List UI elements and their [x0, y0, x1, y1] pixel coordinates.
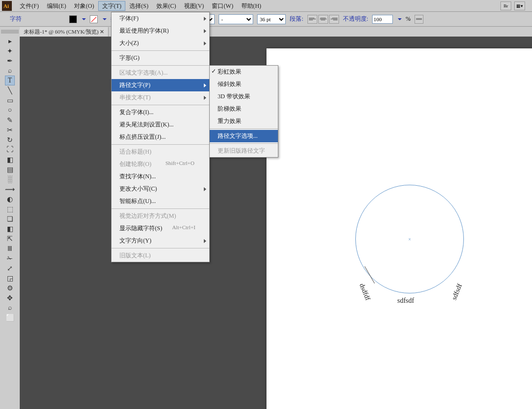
tool-4[interactable]: T: [5, 76, 15, 85]
menu-item[interactable]: 最近使用的字体(R): [112, 25, 209, 37]
opacity-input[interactable]: [372, 15, 393, 24]
type-menu-dropdown[interactable]: 字体(F)最近使用的字体(R)大小(Z)字形(G)区域文字选项(A)...路径文…: [111, 12, 210, 262]
menu-item[interactable]: 倾斜效果: [210, 78, 278, 90]
align-group: [307, 15, 339, 24]
tool-27[interactable]: ⌕: [5, 303, 15, 313]
menu-item[interactable]: 阶梯效果: [210, 103, 278, 115]
align-left-button[interactable]: [307, 15, 317, 24]
path-lead-line: [365, 266, 375, 284]
tool-18[interactable]: ❏: [5, 214, 15, 224]
opacity-label: 不透明度:: [343, 15, 368, 23]
menu-item: 旧版文本(L): [112, 249, 209, 262]
menu-item[interactable]: 避头尾法则设置(K)...: [112, 119, 209, 131]
document-tab[interactable]: 未标题-1* @ 60% (CMYK/预览) ✕: [20, 27, 109, 37]
menu-item[interactable]: 标点挤压设置(J)...: [112, 131, 209, 143]
fill-swatch[interactable]: [69, 15, 77, 23]
toolbar: ▸✦✒⌕T╲▭○✎✂↻⛶◧▤░⟿◐⬚❏◧⇱Ⅲ✁⤢◲⚙✥⌕⬜: [0, 27, 20, 409]
path-type-submenu[interactable]: 彩虹效果✓倾斜效果3D 带状效果阶梯效果重力效果路径文字选项...更新旧版路径文…: [209, 65, 278, 158]
menu-item: 区域文字选项(A)...: [112, 67, 209, 79]
menu-5[interactable]: 效果(C): [152, 1, 180, 11]
circle-path-group: × dsdfdf sdfsdf sdfsdf: [355, 185, 464, 293]
menu-item: 创建轮廓(O)Shift+Ctrl+O: [112, 158, 209, 170]
tool-19[interactable]: ◧: [5, 224, 15, 234]
menu-item: 串接文本(T): [112, 91, 209, 104]
align-center-button[interactable]: [318, 15, 328, 24]
tool-15[interactable]: ⟿: [5, 184, 15, 194]
control-bar: 字符 描边 字符: Adobe 宋体 Std L - 36 pt 段落: 不透明…: [0, 12, 532, 27]
tool-13[interactable]: ▤: [5, 164, 15, 174]
app-logo: Ai: [2, 1, 12, 11]
tool-10[interactable]: ↻: [5, 135, 15, 145]
menu-item[interactable]: 文字方向(Y): [112, 235, 209, 247]
menu-7[interactable]: 窗口(W): [208, 1, 237, 11]
tool-11[interactable]: ⛶: [5, 145, 15, 155]
menu-item[interactable]: 路径文字选项...: [210, 130, 278, 142]
menu-item[interactable]: 字体(F): [112, 12, 209, 25]
menu-1[interactable]: 编辑(E): [43, 1, 70, 11]
document-tab-bar: 未标题-1* @ 60% (CMYK/预览) ✕: [20, 27, 532, 37]
tool-0[interactable]: ▸: [5, 36, 15, 46]
tool-21[interactable]: Ⅲ: [5, 244, 15, 253]
menu-item[interactable]: 重力效果: [210, 115, 278, 127]
font-style-select[interactable]: -: [219, 14, 253, 24]
character-panel-link[interactable]: 字符: [10, 15, 22, 23]
menu-6[interactable]: 视图(V): [180, 1, 208, 11]
menu-item[interactable]: 更改大小写(C): [112, 183, 209, 195]
tool-20[interactable]: ⇱: [5, 234, 15, 244]
tool-14[interactable]: ░: [5, 174, 15, 184]
extra-button[interactable]: [415, 15, 423, 24]
align-right-button[interactable]: [329, 15, 339, 24]
menu-item[interactable]: 复合字体(I)...: [112, 106, 209, 119]
tool-17[interactable]: ⬚: [5, 204, 15, 214]
tool-26[interactable]: ✥: [5, 293, 15, 303]
tool-9[interactable]: ✂: [5, 125, 15, 135]
opacity-unit: %: [406, 15, 411, 23]
tool-7[interactable]: ○: [5, 105, 15, 115]
bridge-icon[interactable]: Br: [500, 1, 511, 10]
menu-item: 视觉边距对齐方式(M): [112, 210, 209, 222]
tool-23[interactable]: ⤢: [5, 263, 15, 273]
menu-bar: Ai 文件(F)编辑(E)对象(O)文字(T)选择(S)效果(C)视图(V)窗口…: [0, 0, 532, 12]
menu-item[interactable]: 查找字体(N)...: [112, 170, 209, 183]
menu-item[interactable]: 字形(G): [112, 52, 209, 64]
tool-3[interactable]: ⌕: [5, 66, 15, 76]
tool-25[interactable]: ⚙: [5, 283, 15, 293]
font-size-select[interactable]: 36 pt: [257, 14, 286, 24]
tool-8[interactable]: ✎: [5, 115, 15, 125]
menu-item[interactable]: 智能标点(U)...: [112, 195, 209, 207]
tool-28[interactable]: ⬜: [5, 313, 15, 323]
tool-1[interactable]: ✦: [5, 46, 15, 56]
circle-path[interactable]: × dsdfdf sdfsdf sdfsdf: [355, 185, 464, 293]
menu-item[interactable]: 彩虹效果✓: [210, 66, 278, 78]
menu-item: 适合标题(H): [112, 146, 209, 158]
menu-4[interactable]: 选择(S): [125, 1, 152, 11]
path-text-2[interactable]: sdfsdf: [397, 297, 414, 305]
tool-2[interactable]: ✒: [5, 56, 15, 66]
tool-24[interactable]: ◲: [5, 273, 15, 283]
tool-handle[interactable]: [1, 30, 19, 34]
menubar-right-icons: Br ▦▾: [500, 1, 525, 10]
tool-22[interactable]: ✁: [5, 253, 15, 263]
tool-6[interactable]: ▭: [5, 95, 15, 105]
svg-text:Ai: Ai: [3, 3, 9, 9]
layout-icon[interactable]: ▦▾: [514, 1, 525, 10]
artboard: × dsdfdf sdfsdf sdfsdf: [266, 48, 532, 409]
paragraph-link[interactable]: 段落:: [290, 15, 303, 23]
tool-12[interactable]: ◧: [5, 155, 15, 164]
menu-item: 更新旧版路径文字: [210, 145, 278, 157]
menu-8[interactable]: 帮助(H): [237, 1, 266, 11]
tool-16[interactable]: ◐: [5, 194, 15, 204]
menu-0[interactable]: 文件(F): [16, 1, 43, 11]
menu-item[interactable]: 显示隐藏字符(S)Alt+Ctrl+I: [112, 222, 209, 235]
stroke-swatch[interactable]: [90, 15, 98, 23]
close-icon[interactable]: ✕: [100, 29, 104, 35]
menu-item[interactable]: 3D 带状效果: [210, 90, 278, 103]
menu-item[interactable]: 路径文字(P): [112, 79, 209, 91]
menu-3[interactable]: 文字(T): [98, 1, 125, 11]
path-text-3[interactable]: sdfsdf: [450, 283, 464, 301]
menu-2[interactable]: 对象(O): [70, 1, 98, 11]
tool-5[interactable]: ╲: [5, 85, 15, 95]
menu-item[interactable]: 大小(Z): [112, 37, 209, 49]
path-text-1[interactable]: dsdfdf: [358, 282, 372, 301]
center-mark-icon: ×: [408, 237, 411, 242]
